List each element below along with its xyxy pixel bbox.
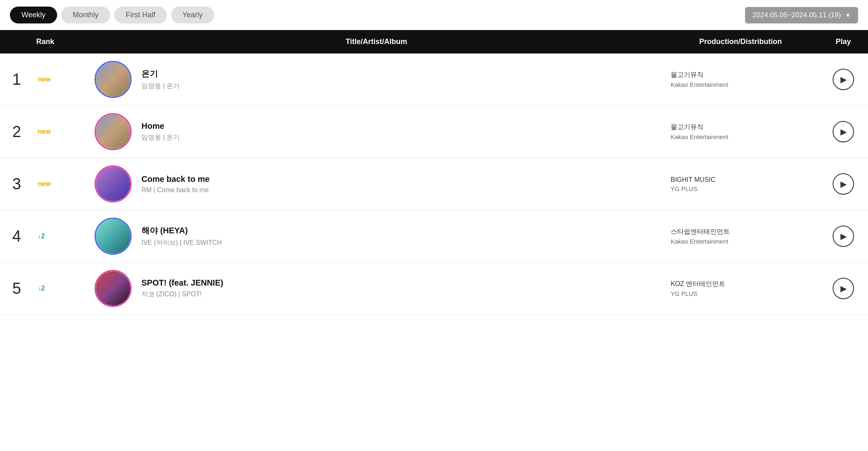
album-art <box>95 113 132 150</box>
album-art <box>95 270 132 307</box>
production-col: 물고기뮤직 Kakao Entertainment <box>662 123 819 140</box>
rank-col: 5 ↓2 <box>0 280 90 298</box>
track-title: 온기 <box>141 68 180 79</box>
rank-number: 4 <box>12 228 29 245</box>
header-rank: Rank <box>0 37 90 46</box>
rank-change: ↓2 <box>38 232 45 240</box>
header-title: Title/Artist/Album <box>90 37 662 46</box>
table-row: 4 ↓2 해야 (HEYA) IVE (아이브) | IVE SWITCH 스타… <box>0 210 868 263</box>
production-col: KOZ 엔터테인먼트 YG PLUS <box>662 280 819 297</box>
rank-number: 2 <box>12 123 29 141</box>
play-col: ▶ <box>819 121 868 142</box>
chart-list: 1 new 온기 임영웅 | 온기 물고기뮤직 Kakao Entertainm… <box>0 53 868 315</box>
chart-header: Rank Title/Artist/Album Production/Distr… <box>0 30 868 53</box>
play-col: ▶ <box>819 69 868 90</box>
track-subtitle: 지코 (ZICO) | SPOT! <box>141 290 223 299</box>
rank-col: 3 new <box>0 175 90 193</box>
top-bar: Weekly Monthly First Half Yearly 2024.05… <box>0 0 868 30</box>
track-subtitle: 임영웅 | 온기 <box>141 133 180 142</box>
track-subtitle: RM | Come back to me <box>141 186 210 194</box>
track-subtitle: 임영웅 | 온기 <box>141 82 180 91</box>
album-art <box>95 61 132 98</box>
rank-col: 2 new <box>0 123 90 141</box>
table-row: 1 new 온기 임영웅 | 온기 물고기뮤직 Kakao Entertainm… <box>0 53 868 106</box>
album-art-inner <box>96 114 130 149</box>
chevron-down-icon: ▼ <box>845 12 851 19</box>
tab-group: Weekly Monthly First Half Yearly <box>10 7 214 23</box>
production-col: 스타쉽엔터테인먼트 Kakao Entertainment <box>662 228 819 245</box>
table-row: 5 ↓2 SPOT! (feat. JENNIE) 지코 (ZICO) | SP… <box>0 263 868 315</box>
album-art-inner <box>96 271 130 306</box>
album-art-inner <box>96 62 130 97</box>
rank-number: 3 <box>12 175 29 193</box>
rank-number: 1 <box>12 71 29 88</box>
table-row: 2 new Home 임영웅 | 온기 물고기뮤직 Kakao Entertai… <box>0 106 868 158</box>
distribution-name: Kakao Entertainment <box>671 238 819 245</box>
track-info: 해야 (HEYA) IVE (아이브) | IVE SWITCH <box>141 225 222 247</box>
distribution-name: Kakao Entertainment <box>671 81 819 88</box>
tab-weekly[interactable]: Weekly <box>10 7 57 23</box>
play-button[interactable]: ▶ <box>833 278 854 299</box>
track-info: Come back to me RM | Come back to me <box>141 174 210 194</box>
table-row: 3 new Come back to me RM | Come back to … <box>0 158 868 210</box>
track-info: Home 임영웅 | 온기 <box>141 121 180 142</box>
date-selector[interactable]: 2024.05.05~2024.05.11 (19) ▼ <box>745 7 858 23</box>
track-title: Come back to me <box>141 174 210 184</box>
title-col: 해야 (HEYA) IVE (아이브) | IVE SWITCH <box>90 218 662 255</box>
track-title: 해야 (HEYA) <box>141 225 222 236</box>
header-play: Play <box>819 37 868 46</box>
play-button[interactable]: ▶ <box>833 69 854 90</box>
album-art-inner <box>96 167 130 201</box>
track-title: SPOT! (feat. JENNIE) <box>141 278 223 288</box>
play-button[interactable]: ▶ <box>833 226 854 247</box>
production-col: 물고기뮤직 Kakao Entertainment <box>662 71 819 88</box>
title-col: Come back to me RM | Come back to me <box>90 165 662 202</box>
album-art <box>95 218 132 255</box>
rank-change: ↓2 <box>38 285 45 292</box>
album-art <box>95 165 132 202</box>
rank-col: 1 new <box>0 71 90 88</box>
title-col: SPOT! (feat. JENNIE) 지코 (ZICO) | SPOT! <box>90 270 662 307</box>
rank-number: 5 <box>12 280 29 298</box>
play-button[interactable]: ▶ <box>833 121 854 142</box>
track-subtitle: IVE (아이브) | IVE SWITCH <box>141 239 222 247</box>
production-name: KOZ 엔터테인먼트 <box>671 280 819 288</box>
rank-col: 4 ↓2 <box>0 228 90 245</box>
tab-monthly[interactable]: Monthly <box>61 7 110 23</box>
production-name: 물고기뮤직 <box>671 71 819 79</box>
production-col: BIGHIT MUSIC YG PLUS <box>662 176 819 192</box>
distribution-name: YG PLUS <box>671 185 819 192</box>
production-name: 스타쉽엔터테인먼트 <box>671 228 819 236</box>
track-info: 온기 임영웅 | 온기 <box>141 68 180 91</box>
album-art-inner <box>96 219 130 253</box>
date-range-label: 2024.05.05~2024.05.11 (19) <box>752 11 841 19</box>
tab-yearly[interactable]: Yearly <box>171 7 214 23</box>
rank-change: new <box>38 76 51 83</box>
track-title: Home <box>141 121 180 131</box>
production-name: BIGHIT MUSIC <box>671 176 819 184</box>
tab-first-half[interactable]: First Half <box>114 7 167 23</box>
play-col: ▶ <box>819 173 868 195</box>
rank-change: new <box>38 180 51 188</box>
play-col: ▶ <box>819 278 868 299</box>
distribution-name: YG PLUS <box>671 290 819 297</box>
play-col: ▶ <box>819 226 868 247</box>
rank-change: new <box>38 128 51 135</box>
track-info: SPOT! (feat. JENNIE) 지코 (ZICO) | SPOT! <box>141 278 223 299</box>
title-col: 온기 임영웅 | 온기 <box>90 61 662 98</box>
play-button[interactable]: ▶ <box>833 173 854 195</box>
distribution-name: Kakao Entertainment <box>671 133 819 140</box>
title-col: Home 임영웅 | 온기 <box>90 113 662 150</box>
production-name: 물고기뮤직 <box>671 123 819 132</box>
header-production: Production/Distribution <box>662 37 819 46</box>
